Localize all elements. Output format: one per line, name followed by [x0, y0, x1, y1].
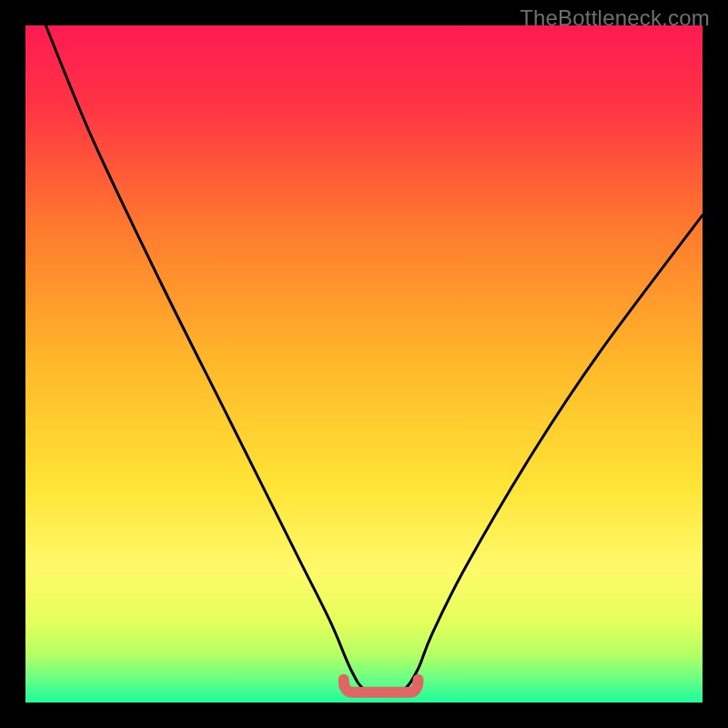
- gradient-background: [25, 25, 703, 703]
- chart-frame: TheBottleneck.com: [0, 0, 728, 728]
- bottleneck-chart: [25, 25, 703, 703]
